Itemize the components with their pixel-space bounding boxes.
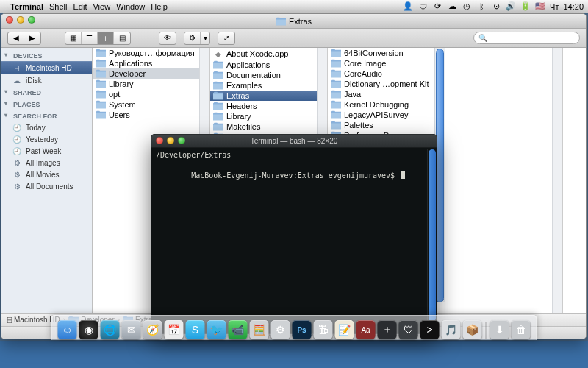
menu-shell[interactable]: Shell	[49, 2, 67, 11]
dock-item-skype[interactable]: S	[186, 320, 205, 339]
dock-item-calculator[interactable]: 🧮	[250, 320, 269, 339]
extra-toolbar-button[interactable]: ⤢	[218, 32, 235, 45]
dock-item-archive[interactable]: 🗜	[314, 320, 333, 339]
list-item[interactable]: Users	[93, 110, 209, 120]
list-item[interactable]: Kernel Debugging	[328, 99, 445, 110]
input-flag-icon[interactable]: 🇺🇸	[535, 1, 545, 11]
menu-edit[interactable]: Edit	[74, 2, 87, 11]
list-item[interactable]: opt	[93, 89, 209, 99]
dock-item-textedit[interactable]: 📝	[335, 320, 354, 339]
list-item[interactable]: Java	[328, 89, 445, 99]
terminal-scrollbar[interactable]	[427, 149, 437, 322]
sidebar-section[interactable]: SHARED	[1, 86, 92, 98]
list-item[interactable]: LegacyAPISurvey	[328, 110, 445, 120]
view-column[interactable]: ⫼	[98, 32, 114, 44]
list-item[interactable]: Library	[93, 79, 209, 89]
dock-item-plus[interactable]: ＋	[378, 320, 397, 339]
clock-time[interactable]: 14:20	[563, 2, 584, 11]
list-item[interactable]: 64BitConversion	[328, 48, 445, 58]
dock-item-dictionary[interactable]: Aa	[356, 320, 376, 339]
dock-item-mail[interactable]: ✉	[122, 320, 141, 339]
view-coverflow[interactable]: ▤	[114, 32, 130, 44]
sidebar-item[interactable]: ⚙All Images	[1, 157, 92, 169]
sidebar-section[interactable]: DEVICES	[1, 49, 92, 61]
volume-icon[interactable]: 🔊	[506, 1, 516, 11]
sidebar-item[interactable]: 🕘Today	[1, 121, 92, 133]
zoom-button[interactable]	[28, 16, 35, 24]
list-item[interactable]: Makefiles	[210, 121, 327, 132]
minimize-button[interactable]	[17, 16, 24, 24]
dock-item-trash[interactable]: 🗑	[512, 320, 531, 339]
list-item[interactable]: Руководст…формация	[93, 48, 209, 58]
scrollbar-thumb[interactable]	[429, 149, 436, 322]
sync-icon[interactable]: ⟳	[432, 1, 442, 11]
list-item[interactable]: CoreAudio	[328, 68, 445, 79]
folder-icon	[331, 79, 341, 88]
dock-item-utility[interactable]: ⚙	[271, 320, 290, 339]
view-icon[interactable]: ▦	[65, 32, 82, 44]
zoom-button[interactable]	[178, 137, 185, 144]
dock-item-facetime[interactable]: 📹	[229, 320, 248, 339]
shield-icon[interactable]: 🛡	[417, 2, 428, 11]
close-button[interactable]	[6, 16, 13, 24]
menu-window[interactable]: Window	[116, 2, 145, 11]
nav-back[interactable]: ◀	[8, 32, 24, 44]
list-item[interactable]: Extras	[210, 91, 327, 101]
list-item[interactable]: Core Image	[328, 58, 445, 68]
app-menu[interactable]: Terminal	[10, 2, 43, 11]
list-item[interactable]: Examples	[210, 80, 327, 91]
cloud-icon[interactable]: ☁	[447, 1, 457, 11]
dock-item-ical[interactable]: 📅	[165, 320, 184, 339]
timemachine-icon[interactable]: ◷	[462, 1, 472, 11]
dock-item-terminal[interactable]: >	[420, 320, 440, 339]
list-item[interactable]: Headers	[210, 101, 327, 111]
wifi-icon[interactable]: ⊙	[491, 1, 501, 11]
dock-item-ipod[interactable]: 🎵	[442, 320, 461, 339]
quicklook-button[interactable]: 👁	[159, 32, 176, 44]
terminal-line: /Developer/Extras	[156, 150, 432, 160]
list-item[interactable]: Applications	[210, 60, 327, 70]
sidebar-section[interactable]: SEARCH FOR	[1, 110, 92, 121]
sidebar-item[interactable]: ⚙All Documents	[1, 180, 92, 192]
view-list[interactable]: ☰	[82, 32, 98, 44]
menu-help[interactable]: Help	[151, 2, 168, 11]
close-button[interactable]	[156, 137, 163, 144]
list-item[interactable]: Applications	[93, 58, 209, 68]
scrollbar[interactable]	[552, 48, 562, 313]
dock-item-photoshop[interactable]: Ps	[293, 320, 312, 339]
people-icon[interactable]: 👤	[403, 1, 413, 11]
sidebar-item[interactable]: 🕘Yesterday	[1, 133, 92, 145]
dock-item-finder[interactable]: ☺	[58, 320, 77, 339]
list-item[interactable]: Palettes	[328, 120, 445, 130]
dock-item-twitter[interactable]: 🐦	[207, 320, 226, 339]
sidebar-item[interactable]: 🕘Past Week	[1, 145, 92, 157]
sidebar-section[interactable]: PLACES	[1, 98, 92, 110]
terminal-titlebar[interactable]: Terminal — bash — 82×20	[151, 135, 437, 148]
nav-forward[interactable]: ▶	[24, 32, 40, 44]
folder-icon	[96, 110, 106, 119]
dock-item-downloads[interactable]: ⬇	[490, 320, 509, 339]
menu-view[interactable]: View	[93, 2, 110, 11]
terminal-body[interactable]: /Developer/Extras MacBook-Evgenij-Murave…	[151, 148, 437, 333]
bluetooth-icon[interactable]: ᛒ	[476, 2, 487, 11]
sidebar-item[interactable]: ⌸Macintosh HD	[1, 61, 92, 74]
minimize-button[interactable]	[167, 137, 174, 144]
dock-item-dashboard[interactable]: ◉	[79, 320, 98, 339]
sidebar-item[interactable]: ☁iDisk	[1, 74, 92, 86]
dock-item-browser[interactable]: 🌐	[101, 320, 120, 339]
list-item[interactable]: Developer	[93, 68, 209, 79]
battery-icon[interactable]: 🔋	[520, 1, 531, 11]
dock-item-setup[interactable]: 📦	[463, 320, 482, 339]
dock-item-shield[interactable]: 🛡	[399, 320, 418, 339]
sidebar-item[interactable]: ⚙All Movies	[1, 169, 92, 180]
list-item[interactable]: Documentation	[210, 70, 327, 80]
list-item[interactable]: Dictionary …opment Kit	[328, 79, 445, 89]
search-input[interactable]: 🔍	[473, 32, 580, 44]
dock-item-safari[interactable]: 🧭	[143, 320, 162, 339]
clock-day[interactable]: Чт	[550, 2, 559, 11]
list-item[interactable]: ◆About Xcode.app	[210, 48, 327, 60]
finder-titlebar[interactable]: Extras	[1, 14, 586, 29]
action-menu[interactable]: ⚙ ▾	[184, 32, 210, 45]
list-item[interactable]: System	[93, 99, 209, 110]
list-item[interactable]: Library	[210, 111, 327, 121]
